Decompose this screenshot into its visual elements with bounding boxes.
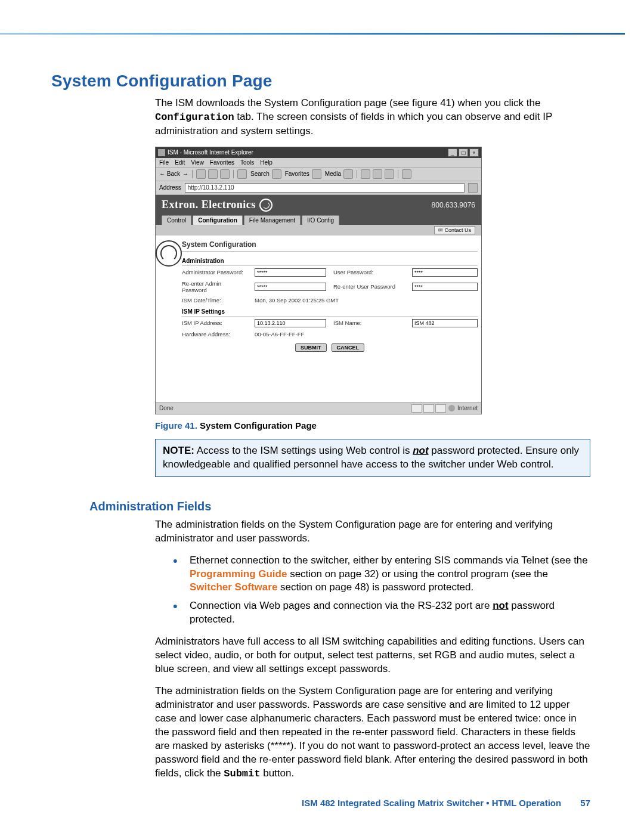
screenshot-figure: ISM - Microsoft Internet Explorer _ ▢ × … [155, 147, 482, 414]
ie-titlebar: ISM - Microsoft Internet Explorer _ ▢ × [156, 147, 481, 158]
admin-paragraph-2: Administrators have full access to all I… [155, 635, 590, 676]
config-body: System Configuration Administration Admi… [156, 236, 481, 402]
status-cell [423, 404, 434, 413]
input-user-password[interactable] [412, 268, 478, 277]
label-ism-ip-address: ISM IP Address: [182, 320, 247, 326]
note-text-before: Access to the ISM settings using Web con… [194, 445, 413, 456]
note-not: not [413, 445, 428, 456]
toolbar-refresh-icon[interactable] [208, 169, 218, 179]
tab-control[interactable]: Control [162, 215, 191, 225]
link-switcher-software[interactable]: Switcher Software [190, 581, 277, 593]
config-tab-label: Configuration [155, 112, 234, 123]
input-reenter-user-password[interactable] [412, 283, 478, 291]
toolbar-history-icon[interactable] [343, 169, 353, 179]
address-input[interactable]: http://10.13.2.110 [185, 183, 465, 193]
section-title: System Configuration Page [51, 72, 590, 91]
ie-toolbar: ← Back → Search Favorites Media [156, 167, 481, 181]
toolbar-print-icon[interactable] [373, 169, 382, 179]
ie-address-bar: Address http://10.13.2.110 [156, 181, 481, 195]
toolbar-separator [398, 170, 398, 178]
config-page-title: System Configuration [182, 240, 478, 252]
status-cell [435, 404, 446, 413]
address-go-button[interactable] [468, 183, 478, 193]
toolbar-home-icon[interactable] [220, 169, 230, 179]
brand-swirl-icon [259, 199, 273, 212]
input-ism-name[interactable] [412, 319, 478, 327]
menu-view[interactable]: View [191, 159, 204, 166]
site-header: Extron. Electronics 800.633.9076 Control… [156, 195, 481, 225]
admin-p3-before: The administration fields on the System … [155, 685, 590, 779]
footer-title: ISM 482 Integrated Scaling Matrix Switch… [302, 798, 561, 808]
toolbar-edit-icon[interactable] [385, 169, 394, 179]
toolbar-separator [233, 170, 234, 178]
submit-word: Submit [224, 768, 260, 779]
bullet-text: section on page 32) or using the control… [287, 568, 548, 580]
menu-help[interactable]: Help [260, 159, 273, 166]
toolbar-mail-icon[interactable] [361, 169, 370, 179]
toolbar-search-icon[interactable] [237, 169, 247, 179]
brand-text: Extron. Electronics [162, 199, 256, 211]
menu-favorites[interactable]: Favorites [210, 159, 234, 166]
toolbar-forward-icon[interactable]: → [182, 171, 188, 177]
footer-page-number: 57 [580, 798, 590, 808]
menu-file[interactable]: File [159, 159, 169, 166]
menu-edit[interactable]: Edit [175, 159, 185, 166]
brand-logo: Extron. Electronics [162, 199, 273, 212]
input-reenter-admin-password[interactable] [255, 283, 326, 291]
tab-configuration[interactable]: Configuration [193, 215, 243, 225]
figure-title: System Configuration Page [200, 420, 317, 431]
toolbar-separator [357, 170, 357, 178]
toolbar-back-label[interactable]: ← Back [159, 171, 180, 177]
toolbar-search-label[interactable]: Search [250, 171, 270, 177]
submit-button[interactable]: SUBMIT [295, 343, 327, 352]
status-cell [411, 404, 422, 413]
ie-status-bar: Done Internet [156, 402, 481, 414]
value-hardware-address: 00-05-A6-FF-FF-FF [255, 331, 478, 337]
bullet-text: Ethernet connection to the switcher, eit… [190, 555, 588, 566]
ie-window-title: ISM - Microsoft Internet Explorer [168, 149, 448, 156]
window-minimize-button[interactable]: _ [448, 148, 457, 157]
ie-menubar: File Edit View Favorites Tools Help [156, 158, 481, 167]
admin-paragraph-3: The administration fields on the System … [155, 685, 590, 781]
input-admin-password[interactable] [255, 268, 326, 277]
window-close-button[interactable]: × [469, 148, 479, 157]
label-ism-name: ISM Name: [333, 320, 405, 326]
status-done: Done [159, 405, 174, 411]
admin-bullet-list: Ethernet connection to the switcher, eit… [173, 554, 590, 627]
value-ism-datetime: Mon, 30 Sep 2002 01:25:25 GMT [255, 297, 478, 304]
tab-io-config[interactable]: I/O Config [302, 215, 339, 225]
toolbar-media-icon[interactable] [312, 169, 321, 179]
page-footer: ISM 482 Integrated Scaling Matrix Switch… [302, 798, 590, 808]
toolbar-favorites-label[interactable]: Favorites [285, 171, 309, 177]
label-reenter-user-password: Re-enter User Password [333, 283, 405, 290]
toolbar-favorites-icon[interactable] [272, 169, 281, 179]
bullet-text: section on page 48) is password protecte… [277, 581, 473, 593]
link-programming-guide[interactable]: Programming Guide [190, 568, 287, 580]
toolbar-discuss-icon[interactable] [402, 169, 411, 179]
bullet-item: Connection via Web pages and connection … [173, 599, 590, 627]
label-admin-password: Administrator Password: [182, 269, 247, 275]
tab-file-management[interactable]: File Management [244, 215, 301, 225]
label-hardware-address: Hardware Address: [182, 331, 247, 337]
page-top-rule [0, 33, 625, 35]
page-tabs: Control Configuration File Management I/… [162, 215, 475, 225]
input-ism-ip-address[interactable] [255, 319, 326, 327]
label-ism-datetime: ISM Date/Time: [182, 297, 247, 304]
toolbar-separator [192, 170, 193, 178]
status-zone: Internet [457, 405, 478, 411]
side-swirl-icon [156, 240, 182, 267]
contact-row: ✉ Contact Us [156, 225, 481, 236]
address-label: Address [159, 184, 181, 191]
bullet-item: Ethernet connection to the switcher, eit… [173, 554, 590, 595]
contact-us-button[interactable]: ✉ Contact Us [434, 226, 475, 234]
note-box: NOTE: Access to the ISM settings using W… [155, 439, 590, 477]
cancel-button[interactable]: CANCEL [332, 343, 365, 352]
phone-number: 800.633.9076 [432, 201, 475, 209]
admin-intro: The administration fields on the System … [155, 518, 590, 546]
toolbar-media-label[interactable]: Media [325, 171, 341, 177]
window-maximize-button[interactable]: ▢ [459, 148, 468, 157]
menu-tools[interactable]: Tools [240, 159, 254, 166]
config-side [156, 236, 182, 402]
toolbar-stop-icon[interactable] [196, 169, 206, 179]
label-reenter-admin-password: Re-enter Admin Password [182, 280, 247, 293]
